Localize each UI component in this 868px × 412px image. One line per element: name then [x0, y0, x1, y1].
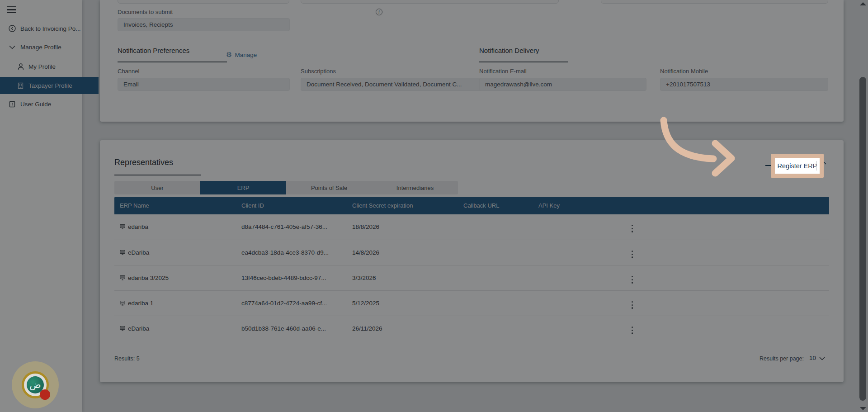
vertical-scrollbar[interactable]	[858, 0, 868, 412]
notification-badge	[40, 389, 50, 400]
scroll-down-arrow-icon[interactable]	[860, 407, 866, 410]
scrollbar-thumb[interactable]	[859, 77, 866, 401]
button-separator	[816, 161, 817, 170]
register-erp-button-label: Register ERP	[778, 162, 817, 170]
support-chat-widget[interactable]: ض	[12, 361, 59, 408]
coachmark-highlight-frame: Register ERP	[771, 154, 824, 178]
register-erp-button[interactable]: Register ERP	[775, 158, 820, 174]
coachmark-arrow	[651, 113, 746, 185]
eta-logo-glyph: ض	[29, 379, 41, 390]
taxpayer-profile-page: { "sidebar": { "back_label": "Back to In…	[0, 0, 868, 412]
coachmark-dim-overlay	[0, 0, 868, 412]
scroll-up-arrow-icon[interactable]	[860, 2, 866, 5]
